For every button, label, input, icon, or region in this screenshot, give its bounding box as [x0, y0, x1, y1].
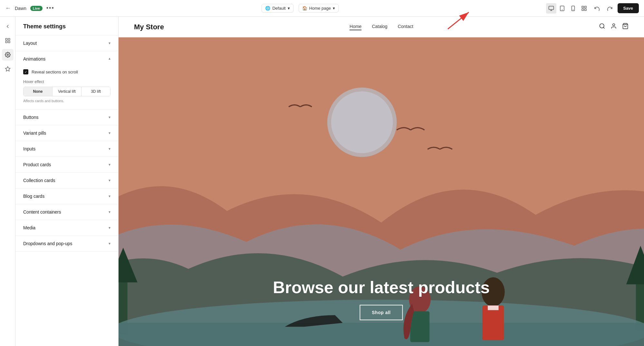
hover-3d-lift-button[interactable]: 3D lift	[82, 87, 110, 96]
media-section: Media ▾	[15, 220, 118, 236]
nav-catalog-link[interactable]: Catalog	[372, 24, 387, 30]
buttons-label: Buttons	[23, 115, 38, 120]
svg-marker-18	[5, 67, 10, 71]
more-button[interactable]: •••	[46, 5, 54, 12]
svg-point-19	[600, 24, 604, 28]
content-containers-chevron: ▾	[109, 210, 111, 214]
blog-cards-label: Blog cards	[23, 194, 44, 199]
search-icon[interactable]	[599, 23, 605, 31]
sidebar-title: Theme settings	[23, 23, 111, 30]
nav-sections-button[interactable]	[2, 35, 14, 46]
collection-cards-header[interactable]: Collection cards ▾	[15, 173, 118, 188]
nav-contact-link[interactable]: Contact	[398, 24, 413, 30]
buttons-section: Buttons ▾	[15, 110, 118, 125]
topbar-center: 🌐 Default ▾ 🏠 Home page ▾	[262, 4, 338, 13]
dropdowns-chevron: ▾	[109, 241, 111, 246]
hover-effect-section: Hover effect None Vertical lift 3D lift …	[23, 80, 111, 103]
buttons-section-header[interactable]: Buttons ▾	[15, 110, 118, 125]
globe-icon: 🌐	[265, 6, 270, 11]
zoom-view-button[interactable]	[579, 3, 589, 14]
topbar-left: ← Dawn Live •••	[5, 5, 54, 12]
variant-pills-label: Variant pills	[23, 130, 46, 136]
layout-chevron: ▾	[109, 41, 111, 45]
hero-content: Browse our latest products Shop all	[273, 278, 490, 320]
cart-icon[interactable]	[622, 23, 629, 31]
hover-effect-group: None Vertical lift 3D lift	[23, 87, 111, 96]
reveal-scroll-checkbox[interactable]: ✓	[23, 69, 28, 74]
store-preview: My Store Home Catalog Contact	[119, 17, 644, 346]
media-chevron: ▾	[109, 226, 111, 230]
svg-point-20	[613, 24, 615, 26]
hero-title: Browse our latest products	[273, 278, 490, 297]
svg-rect-40	[119, 323, 644, 346]
svg-rect-11	[582, 9, 583, 10]
dropdowns-header[interactable]: Dropdowns and pop-ups ▾	[15, 236, 118, 251]
store-brand: My Store	[134, 23, 164, 31]
nav-back-button[interactable]	[2, 21, 14, 32]
hover-effect-hint: Affects cards and buttons.	[23, 99, 111, 103]
view-icons	[546, 3, 589, 14]
buttons-chevron: ▾	[109, 115, 111, 120]
sidebar-header: Theme settings	[15, 17, 118, 35]
hover-vertical-lift-button[interactable]: Vertical lift	[53, 87, 82, 96]
animations-chevron: ▾	[109, 57, 111, 61]
tablet-view-button[interactable]	[557, 3, 567, 14]
nav-home-link[interactable]: Home	[350, 24, 361, 30]
blog-cards-header[interactable]: Blog cards ▾	[15, 188, 118, 204]
inputs-chevron: ▾	[109, 147, 111, 151]
hover-effect-label: Hover effect	[23, 80, 111, 84]
account-icon[interactable]	[610, 23, 617, 31]
mobile-view-button[interactable]	[568, 3, 578, 14]
product-cards-section: Product cards ▾	[15, 157, 118, 173]
theme-selector[interactable]: 🌐 Default ▾	[262, 4, 293, 13]
store-nav-links: Home Catalog Contact	[350, 24, 413, 30]
layout-label: Layout	[23, 41, 37, 46]
animations-label: Animations	[23, 56, 45, 62]
layout-section: Layout ▾	[15, 35, 118, 51]
content-containers-header[interactable]: Content containers ▾	[15, 204, 118, 220]
chevron-down-icon: ▾	[333, 6, 335, 11]
store-nav-icons	[599, 23, 629, 31]
inputs-section: Inputs ▾	[15, 141, 118, 157]
shop-all-button[interactable]: Shop all	[360, 305, 403, 320]
nav-settings-button[interactable]	[2, 49, 14, 61]
desktop-view-button[interactable]	[546, 3, 556, 14]
hero-section: Browse our latest products Shop all	[119, 37, 644, 346]
checkmark-icon: ✓	[24, 70, 27, 74]
svg-rect-16	[8, 41, 10, 43]
store-name-label: Dawn	[15, 6, 26, 11]
inputs-section-header[interactable]: Inputs ▾	[15, 141, 118, 157]
redo-button[interactable]	[605, 3, 615, 14]
product-cards-header[interactable]: Product cards ▾	[15, 157, 118, 172]
media-label: Media	[23, 225, 35, 230]
svg-rect-13	[5, 38, 7, 40]
variant-pills-section: Variant pills ▾	[15, 125, 118, 141]
preview-area: My Store Home Catalog Contact	[119, 17, 644, 346]
sidebar: Theme settings Layout ▾ Animations ▾ ✓ R…	[15, 17, 119, 346]
animations-content: ✓ Reveal sections on scroll Hover effect…	[15, 67, 118, 109]
back-button[interactable]: ←	[5, 5, 11, 12]
inputs-label: Inputs	[23, 146, 35, 151]
animations-section-header[interactable]: Animations ▾	[15, 51, 118, 67]
nav-apps-button[interactable]	[2, 63, 14, 75]
media-section-header[interactable]: Media ▾	[15, 220, 118, 235]
dropdowns-section: Dropdowns and pop-ups ▾	[15, 236, 118, 252]
blog-cards-section: Blog cards ▾	[15, 188, 118, 204]
collection-cards-label: Collection cards	[23, 178, 55, 183]
page-selector[interactable]: 🏠 Home page ▾	[299, 4, 339, 13]
svg-point-24	[331, 91, 393, 153]
topbar: ← Dawn Live ••• 🌐 Default ▾ 🏠 Home page …	[0, 0, 644, 17]
content-containers-label: Content containers	[23, 209, 61, 215]
reveal-scroll-label: Reveal sections on scroll	[32, 70, 78, 74]
hover-none-button[interactable]: None	[24, 87, 53, 96]
save-button[interactable]: Save	[618, 3, 639, 13]
product-cards-label: Product cards	[23, 162, 51, 167]
variant-pills-header[interactable]: Variant pills ▾	[15, 125, 118, 141]
undo-button[interactable]	[592, 3, 602, 14]
store-nav: My Store Home Catalog Contact	[119, 17, 644, 37]
collection-cards-section: Collection cards ▾	[15, 173, 118, 188]
chevron-down-icon: ▾	[288, 6, 290, 11]
layout-section-header[interactable]: Layout ▾	[15, 35, 118, 51]
svg-rect-15	[5, 41, 7, 43]
product-cards-chevron: ▾	[109, 162, 111, 167]
